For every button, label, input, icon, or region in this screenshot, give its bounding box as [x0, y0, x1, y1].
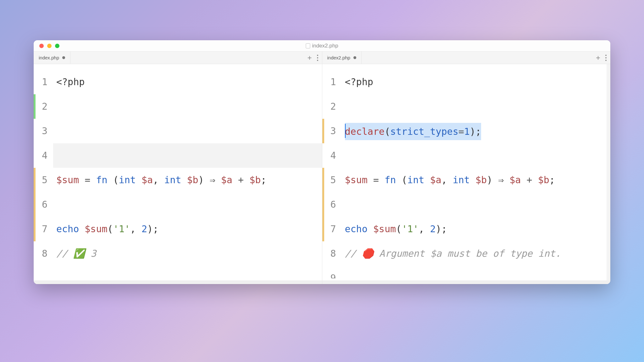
dirty-indicator-icon — [353, 56, 356, 59]
more-actions-icon[interactable] — [605, 55, 607, 61]
code-line[interactable]: $sum = fn (int $a, int $b) ⇒ $a + $b; — [53, 168, 322, 192]
code-line[interactable] — [53, 192, 322, 217]
text-cursor — [345, 124, 346, 138]
code-editor[interactable]: 123456789<?phpdeclare(strict_types=1);$s… — [322, 64, 611, 284]
line-gutter: 12345678 — [34, 64, 53, 284]
line-number[interactable]: 6 — [34, 192, 53, 217]
code-line[interactable] — [53, 94, 322, 119]
code-line[interactable]: <?php — [53, 70, 322, 94]
code-line[interactable] — [53, 119, 322, 143]
line-number[interactable]: 4 — [34, 143, 53, 168]
line-number[interactable]: 3 — [34, 119, 53, 143]
code-line[interactable]: $sum = fn (int $a, int $b) ⇒ $a + $b; — [342, 168, 611, 192]
line-number[interactable]: 6 — [322, 192, 342, 217]
code-content[interactable]: <?php$sum = fn (int $a, int $b) ⇒ $a + $… — [53, 64, 322, 284]
tab-label: index2.php — [327, 55, 350, 60]
titlebar[interactable]: index2.php — [34, 40, 610, 52]
code-line[interactable]: echo $sum('1', 2); — [53, 217, 322, 241]
code-line[interactable]: // ✅ 3 — [53, 241, 322, 266]
file-tab[interactable]: index2.php — [322, 52, 362, 64]
maximize-button[interactable] — [55, 44, 59, 48]
tabbar: index.php+ — [34, 52, 322, 64]
line-number[interactable]: 8 — [322, 241, 342, 266]
line-gutter: 123456789 — [322, 64, 342, 284]
selection: declare(strict_types=1); — [345, 123, 481, 140]
line-number[interactable]: 1 — [322, 70, 342, 94]
tab-actions: + — [303, 52, 322, 64]
window-title-text: index2.php — [312, 43, 338, 49]
code-line[interactable]: declare(strict_types=1); — [342, 119, 611, 143]
code-content[interactable]: <?phpdeclare(strict_types=1);$sum = fn (… — [342, 64, 611, 284]
code-line[interactable] — [342, 266, 611, 278]
line-number[interactable]: 9 — [322, 266, 342, 278]
vertical-scrollbar[interactable] — [607, 64, 610, 280]
tab-label: index.php — [39, 55, 59, 60]
code-line[interactable] — [342, 192, 611, 217]
horizontal-scrollbar[interactable] — [34, 280, 322, 284]
line-number[interactable]: 2 — [34, 94, 53, 119]
dirty-indicator-icon — [62, 56, 65, 59]
code-line[interactable] — [342, 94, 611, 119]
line-number[interactable]: 8 — [34, 241, 53, 266]
window-title: index2.php — [306, 43, 338, 49]
minimize-button[interactable] — [47, 44, 52, 48]
editor-window: index2.php index.php+12345678<?php$sum =… — [34, 40, 610, 284]
horizontal-scrollbar[interactable] — [322, 280, 611, 284]
code-editor[interactable]: 12345678<?php$sum = fn (int $a, int $b) … — [34, 64, 322, 284]
line-number[interactable]: 2 — [322, 94, 342, 119]
line-number[interactable]: 5 — [322, 168, 342, 192]
line-number[interactable]: 7 — [34, 217, 53, 241]
editor-pane-0: index.php+12345678<?php$sum = fn (int $a… — [34, 52, 322, 284]
line-number[interactable]: 5 — [34, 168, 53, 192]
file-icon — [306, 43, 310, 48]
line-number[interactable]: 1 — [34, 70, 53, 94]
code-line[interactable]: // 🛑 Argument $a must be of type int. — [342, 241, 611, 266]
more-actions-icon[interactable] — [317, 55, 318, 61]
line-number[interactable]: 3 — [322, 119, 342, 143]
traffic-lights — [34, 44, 59, 48]
tab-actions: + — [592, 52, 610, 64]
new-tab-icon[interactable]: + — [307, 53, 312, 62]
new-tab-icon[interactable]: + — [596, 53, 600, 62]
editor-pane-1: index2.php+123456789<?phpdeclare(strict_… — [322, 52, 611, 284]
tabbar: index2.php+ — [322, 52, 611, 64]
code-line[interactable] — [53, 143, 322, 168]
code-line[interactable]: echo $sum('1', 2); — [342, 217, 611, 241]
code-line[interactable]: <?php — [342, 70, 611, 94]
close-button[interactable] — [39, 44, 44, 48]
line-number[interactable]: 7 — [322, 217, 342, 241]
line-number[interactable]: 4 — [322, 143, 342, 168]
file-tab[interactable]: index.php — [34, 52, 70, 64]
split-panes: index.php+12345678<?php$sum = fn (int $a… — [34, 52, 610, 284]
code-line[interactable] — [342, 143, 611, 168]
